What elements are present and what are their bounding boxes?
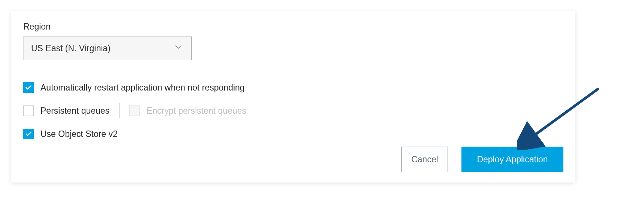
- encrypt-persistent-queues-checkbox: [129, 105, 140, 116]
- object-store-row: Use Object Store v2: [23, 128, 563, 140]
- deployment-form-panel: Region US East (N. Virginia) Automatical…: [11, 11, 575, 183]
- chevron-down-icon: [175, 45, 181, 51]
- deploy-application-button[interactable]: Deploy Application: [461, 147, 563, 172]
- footer-buttons: Cancel Deploy Application: [401, 147, 563, 172]
- region-selected-value: US East (N. Virginia): [31, 43, 111, 53]
- region-label: Region: [23, 22, 563, 32]
- region-select[interactable]: US East (N. Virginia): [23, 36, 192, 60]
- persistent-queues-label: Persistent queues: [40, 106, 109, 116]
- object-store-checkbox[interactable]: [23, 129, 34, 139]
- auto-restart-row: Automatically restart application when n…: [23, 81, 563, 94]
- persistent-queues-checkbox[interactable]: [23, 105, 34, 116]
- object-store-label: Use Object Store v2: [40, 129, 118, 139]
- auto-restart-label: Automatically restart application when n…: [40, 83, 245, 93]
- auto-restart-checkbox[interactable]: [23, 82, 34, 93]
- cancel-button[interactable]: Cancel: [401, 147, 448, 172]
- encrypt-persistent-queues-label: Encrypt persistent queues: [147, 106, 246, 116]
- options-group: Automatically restart application when n…: [23, 81, 563, 140]
- persistent-queues-row: Persistent queues Encrypt persistent que…: [23, 104, 563, 117]
- divider: [119, 103, 120, 118]
